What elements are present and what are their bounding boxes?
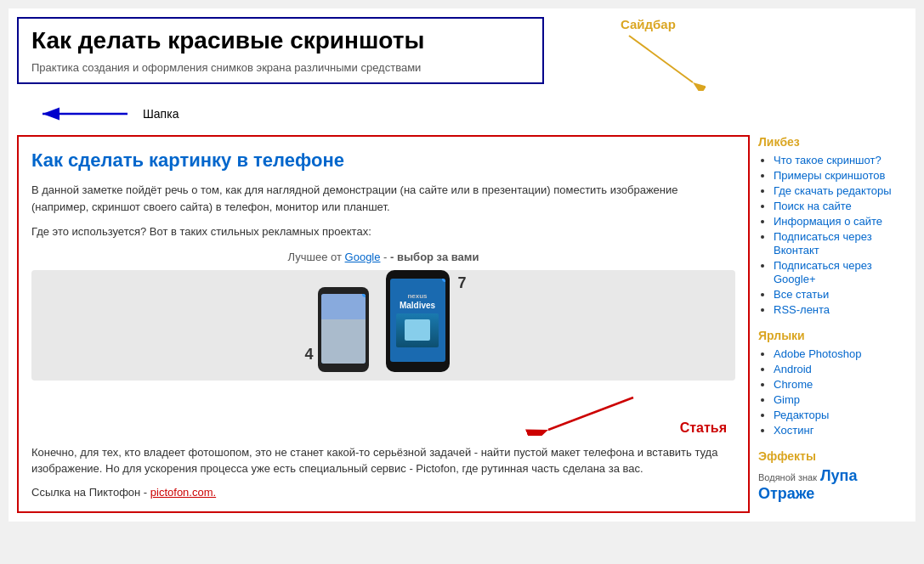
top-area: Как делать красивые скриншоты Практика с… <box>17 17 907 127</box>
phone-small-wrapper: 4 <box>318 287 369 372</box>
phone-small <box>318 287 369 372</box>
list-item: Поиск на сайте <box>774 199 907 212</box>
phone-large-screen: nexus Maldives <box>390 279 445 362</box>
list-item: Подписаться через Вконтакт <box>774 229 907 257</box>
yarlyki-link-4[interactable]: Gimp <box>774 393 800 406</box>
sidebar-arrow-icon <box>621 31 706 91</box>
article-box: Как сделать картинку в телефоне В данной… <box>17 135 750 513</box>
yarlyki-title: Ярлыки <box>758 329 907 342</box>
sidebar-section-effects: Эффекты Водяной знак Лупа Отраже <box>758 449 907 503</box>
yarlyki-link-5[interactable]: Редакторы <box>774 409 829 421</box>
article-text-3: Конечно, для тех, кто владеет фотошопом,… <box>31 444 735 477</box>
svg-line-3 <box>629 36 693 82</box>
phone-num-large: 7 <box>457 274 466 292</box>
blue-arrow-icon <box>34 101 136 127</box>
list-item: Редакторы <box>774 408 907 421</box>
likbez-link-4[interactable]: Поиск на сайте <box>774 200 852 212</box>
likbez-title: Ликбез <box>758 135 907 149</box>
phone-large-dot <box>442 279 445 282</box>
list-item: Хостинг <box>774 423 907 437</box>
likbez-link-2[interactable]: Примеры скриншотов <box>774 169 885 182</box>
likbez-list: Что такое скриншот? Примеры скриншотов Г… <box>758 153 907 316</box>
ad-prefix: Лучшее от <box>288 251 342 263</box>
list-item: Информация о сайте <box>774 214 907 228</box>
ad-suffix: - - выбор за вами <box>383 251 479 263</box>
effects-title: Эффекты <box>758 449 907 463</box>
article-text-2: Где это используется? Вот в таких стильн… <box>31 223 735 240</box>
pictofon-link[interactable]: pictofon.com. <box>150 486 216 499</box>
likbez-link-8[interactable]: Все статьи <box>774 288 829 301</box>
phone-small-screen <box>321 294 366 364</box>
sidebar-section-yarlyki: Ярлыки Adobe Photoshop Android Chrome Gi… <box>758 329 907 437</box>
effects-large-1[interactable]: Лупа <box>820 467 858 484</box>
likbez-link-5[interactable]: Информация о сайте <box>774 215 882 228</box>
sidebar: Ликбез Что такое скриншот? Примеры скрин… <box>758 135 907 513</box>
list-item: Подписаться через Google+ <box>774 258 907 285</box>
phones-container: 4 nexus Maldives <box>31 270 735 381</box>
article-text-1: В данной заметке пойдёт речь о том, как … <box>31 182 735 215</box>
text4-prefix: Ссылка на Пиктофон - <box>31 486 147 499</box>
yarlyki-link-1[interactable]: Adobe Photoshop <box>774 347 861 360</box>
list-item: Где скачать редакторы <box>774 183 907 197</box>
sidebar-top-label: Сайдбар <box>621 17 706 31</box>
phone-large: nexus Maldives <box>386 270 450 372</box>
list-item: Gimp <box>774 392 907 406</box>
site-subtitle: Практика создания и оформления снимков э… <box>31 61 530 74</box>
likbez-link-6[interactable]: Подписаться через Вконтакт <box>774 230 872 257</box>
article-text-4: Ссылка на Пиктофон - pictofon.com. <box>31 486 735 499</box>
yarlyki-link-3[interactable]: Chrome <box>774 378 813 391</box>
list-item: Все статьи <box>774 287 907 301</box>
yarlyki-link-6[interactable]: Хостинг <box>774 424 813 437</box>
sidebar-annotation: Сайдбар <box>621 17 706 93</box>
google-link[interactable]: Google <box>345 251 381 263</box>
site-title: Как делать красивые скриншоты <box>31 27 530 54</box>
effects-large-2[interactable]: Отраже <box>758 485 814 502</box>
list-item: Android <box>774 362 907 375</box>
ad-area: Лучшее от Google - - выбор за вами <box>31 251 735 381</box>
effects-small-1: Водяной знак <box>758 472 817 482</box>
list-item: Adobe Photoshop <box>774 347 907 360</box>
list-item: Примеры скриншотов <box>774 168 907 182</box>
yarlyki-list: Adobe Photoshop Android Chrome Gimp Реда… <box>758 347 907 437</box>
yarlyki-link-2[interactable]: Android <box>774 363 812 375</box>
phone-num-small: 4 <box>305 346 314 364</box>
header-section: Как делать красивые скриншоты Практика с… <box>17 17 578 127</box>
svg-line-5 <box>548 398 633 430</box>
shapka-label: Шапка <box>143 107 179 121</box>
likbez-link-7[interactable]: Подписаться через Google+ <box>774 259 872 285</box>
sidebar-section-likbez: Ликбез Что такое скриншот? Примеры скрин… <box>758 135 907 316</box>
likbez-link-1[interactable]: Что такое скриншот? <box>774 154 881 166</box>
list-item: RSS-лента <box>774 302 907 316</box>
list-item: Chrome <box>774 377 907 391</box>
statya-label: Статья <box>680 420 727 436</box>
ad-label: Лучшее от Google - - выбор за вами <box>31 251 735 263</box>
header-box: Как делать красивые скриншоты Практика с… <box>17 17 544 84</box>
maldives-text: nexus Maldives <box>396 292 439 347</box>
statya-arrow-area: Статья <box>31 389 735 436</box>
phone-large-wrapper: nexus Maldives 7 <box>386 270 450 372</box>
likbez-link-9[interactable]: RSS-лента <box>774 303 830 316</box>
list-item: Что такое скриншот? <box>774 153 907 166</box>
page-wrapper: Как делать красивые скриншоты Практика с… <box>9 8 915 522</box>
article-title: Как сделать картинку в телефоне <box>31 149 735 172</box>
content-row: Как сделать картинку в телефоне В данной… <box>17 135 907 513</box>
effects-content: Водяной знак Лупа Отраже <box>758 467 907 503</box>
likbez-link-3[interactable]: Где скачать редакторы <box>774 184 892 197</box>
